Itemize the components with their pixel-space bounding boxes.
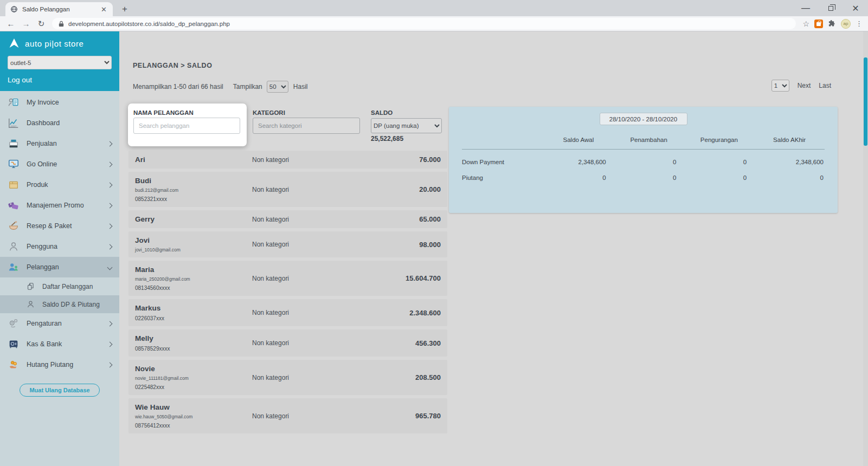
- summary-row-down-payment: Down Payment2,348,600002,348,600: [462, 150, 825, 165]
- reload-database-button[interactable]: Muat Ulang Database: [20, 384, 99, 397]
- customer-row[interactable]: Novie novie_111181@gmail.com 0225482xxx …: [128, 360, 447, 395]
- summary-value: 2,348,600: [543, 159, 614, 165]
- customer-row[interactable]: Jovi jovi_1010@gmail.com Non kategori 98…: [128, 231, 447, 257]
- sales-icon: [8, 138, 21, 150]
- window-close-button[interactable]: ✕: [843, 0, 868, 16]
- browser-tab[interactable]: Saldo Pelanggan ✕: [5, 2, 113, 16]
- page-scrollbar-thumb[interactable]: [864, 57, 867, 146]
- customer-row[interactable]: Gerry Non kategori 65.000: [128, 210, 447, 228]
- summary-value: 0: [684, 159, 755, 165]
- favicon-globe-icon: [10, 5, 18, 13]
- user-icon: [8, 241, 21, 253]
- summary-column-header: Penambahan: [614, 137, 684, 143]
- customer-row[interactable]: Melly 08578529xxxx Non kategori 456.300: [128, 329, 447, 357]
- customer-name: Markus: [135, 304, 252, 312]
- next-page-link[interactable]: Next: [798, 82, 811, 89]
- last-page-link[interactable]: Last: [819, 82, 831, 89]
- summary-column-header: Saldo AKhir: [754, 137, 825, 143]
- reload-icon[interactable]: ↻: [34, 19, 49, 29]
- sidebar-item-dashboard[interactable]: Dashboard: [0, 113, 119, 133]
- outlet-select[interactable]: outlet-5: [8, 56, 112, 69]
- customer-row[interactable]: Budi budi.212@gmail.com 0852321xxxx Non …: [128, 172, 447, 207]
- sidebar-item-pelanggan[interactable]: Pelanggan: [0, 257, 119, 277]
- chevron-right-icon: [107, 141, 113, 146]
- summary-value: 0: [684, 174, 755, 181]
- customer-phone: 08578529xxxx: [135, 346, 252, 352]
- search-kategori-input[interactable]: [253, 118, 360, 134]
- address-bar[interactable]: development.autopilotstore.co.id/saldo_d…: [52, 18, 796, 29]
- customer-name: Melly: [135, 334, 252, 342]
- sidebar-header: auto pi|ot store outlet-5 Log out: [0, 31, 119, 91]
- summary-column-header: Saldo Awal: [543, 137, 614, 143]
- customer-name: Ari: [135, 156, 252, 164]
- customer-email: novie_111181@gmail.com: [135, 376, 252, 381]
- page-size-select[interactable]: 50: [267, 81, 288, 93]
- customer-amount: 965.780: [415, 412, 441, 420]
- sidebar-item-go-online[interactable]: Go Online: [0, 154, 119, 174]
- profile-avatar[interactable]: ap: [841, 19, 851, 29]
- sidebar-item-manajemen-promo[interactable]: Manajemen Promo: [0, 195, 119, 216]
- brand-name: auto pi|ot store: [25, 39, 84, 48]
- sidebar-item-saldo-dp-piutang[interactable]: Saldo DP & Piutang: [0, 295, 119, 313]
- saldo-type-select[interactable]: DP (uang muka): [371, 118, 442, 133]
- forward-icon[interactable]: →: [18, 19, 34, 28]
- customer-row[interactable]: Markus 0226037xxx Non kategori 2.348.600: [128, 299, 447, 326]
- customer-row[interactable]: Ari Non kategori 76.000: [128, 151, 447, 169]
- summary-row-label: Piutang: [462, 174, 543, 181]
- sidebar-item-penjualan[interactable]: Penjualan: [0, 133, 119, 154]
- customers-icon: [8, 261, 21, 273]
- customer-amount: 20.000: [419, 185, 441, 193]
- customer-category: Non kategori: [252, 275, 406, 282]
- extensions-puzzle-icon[interactable]: [828, 20, 836, 28]
- chevron-right-icon: [107, 321, 113, 326]
- back-icon[interactable]: ←: [3, 19, 18, 28]
- logout-link[interactable]: Log out: [8, 76, 32, 84]
- sidebar-menu: My Invoice Dashboard Penjualan Go Online…: [0, 91, 119, 375]
- browser-tab-strip: Saldo Pelanggan ✕ + — ✕: [0, 0, 868, 16]
- product-icon: [8, 179, 21, 191]
- customer-amount: 208.500: [415, 373, 441, 381]
- sidebar-item-daftar-pelanggan[interactable]: Daftar Pelanggan: [0, 277, 119, 295]
- saldo-total: 25,522,685: [371, 135, 403, 143]
- pagination: 1 Next Last: [771, 80, 831, 92]
- chevron-right-icon: [107, 341, 113, 347]
- customer-category: Non kategori: [252, 339, 415, 347]
- bank-icon: [8, 338, 21, 350]
- date-range-picker[interactable]: 28/10/2020 - 28/10/2020: [600, 113, 687, 125]
- settings-icon: [8, 318, 21, 329]
- saldo-label: SALDO: [371, 109, 393, 116]
- customer-name: Wie Hauw: [135, 403, 252, 411]
- browser-menu-icon[interactable]: ⋮: [856, 20, 863, 28]
- sidebar-item-my-invoice[interactable]: My Invoice: [0, 92, 119, 113]
- chevron-right-icon: [107, 362, 113, 367]
- sidebar-item-pengguna[interactable]: Pengguna: [0, 236, 119, 257]
- customer-row[interactable]: Wie Hauw wie.hauw_5050@gmail.com 0875641…: [128, 398, 447, 433]
- search-pelanggan-input[interactable]: [133, 118, 240, 134]
- customer-email: budi.212@gmail.com: [135, 187, 252, 193]
- tab-close-icon[interactable]: ✕: [100, 5, 108, 14]
- invoice-icon: [8, 96, 21, 108]
- window-minimize-button[interactable]: —: [793, 0, 818, 16]
- sidebar-item-resep-paket[interactable]: Resep & Paket: [0, 216, 119, 236]
- sidebar-item-hutang-piutang[interactable]: Hutang Piutang: [0, 354, 119, 375]
- window-restore-button[interactable]: [818, 0, 843, 16]
- page-select[interactable]: 1: [771, 80, 789, 92]
- bookmark-star-icon[interactable]: ☆: [802, 20, 809, 28]
- new-tab-button[interactable]: +: [118, 3, 131, 15]
- results-summary: Menampilkan 1-50 dari 66 hasil: [133, 83, 223, 90]
- summary-table: Saldo AwalPenambahanPenguranganSaldo AKh…: [462, 137, 825, 181]
- customer-row[interactable]: Maria maria_250200@gmail.com 08134560xxx…: [128, 261, 447, 296]
- nama-pelanggan-label: NAMA PELANGGAN: [133, 109, 194, 116]
- store-extension-icon[interactable]: [814, 20, 823, 28]
- brand-logo-icon: [8, 37, 21, 50]
- balance-summary-panel: 28/10/2020 - 28/10/2020 Saldo AwalPenamb…: [449, 107, 838, 213]
- summary-value: 0: [754, 174, 825, 181]
- kategori-label: KATEGORI: [253, 109, 285, 116]
- sidebar-item-produk[interactable]: Produk: [0, 174, 119, 195]
- customer-name: Budi: [135, 177, 252, 185]
- online-icon: [8, 158, 21, 170]
- sidebar-item-pengaturan[interactable]: Pengaturan: [0, 313, 119, 334]
- customer-email: maria_250200@gmail.com: [135, 276, 252, 282]
- promo-icon: [8, 199, 21, 211]
- sidebar-item-kas-bank[interactable]: Kas & Bank: [0, 334, 119, 354]
